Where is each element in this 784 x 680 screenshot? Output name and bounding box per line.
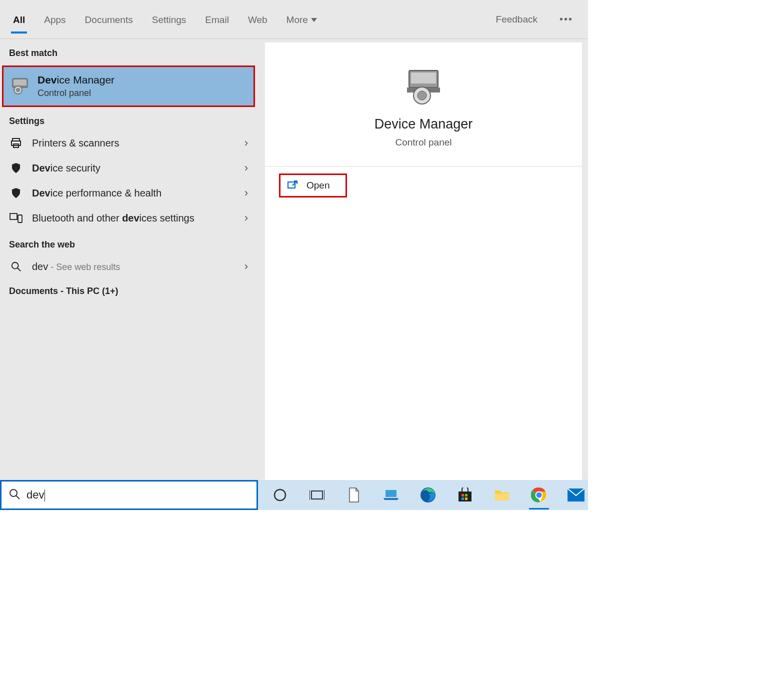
printer-icon [9, 137, 23, 149]
svg-point-19 [274, 490, 286, 500]
search-input[interactable]: dev [0, 480, 258, 510]
taskbar-mail-icon[interactable] [566, 485, 586, 505]
feedback-link[interactable]: Feedback [493, 14, 540, 25]
device-manager-icon [10, 78, 30, 96]
section-search-web: Search the web [0, 230, 257, 254]
taskbar-cortana-icon[interactable] [270, 485, 290, 505]
svg-point-9 [12, 262, 18, 269]
detail-subtitle: Control panel [265, 137, 582, 148]
detail-pane: Device Manager Control panel Open [265, 42, 582, 480]
taskbar-laptop-icon[interactable] [381, 485, 401, 505]
svg-rect-12 [411, 72, 436, 84]
svg-rect-23 [386, 490, 396, 497]
svg-point-3 [16, 88, 20, 92]
svg-rect-27 [465, 494, 468, 496]
result-bluetooth-devices[interactable]: Bluetooth and other devices settings › [0, 206, 257, 230]
tab-web[interactable]: Web [246, 6, 270, 34]
chevron-right-icon: › [244, 186, 248, 200]
shield-icon [9, 162, 23, 174]
taskbar-store-icon[interactable] [455, 485, 475, 505]
chevron-right-icon: › [244, 260, 248, 273]
result-label: Device performance & health [32, 188, 236, 199]
open-label: Open [306, 180, 330, 191]
search-icon [9, 261, 23, 272]
svg-rect-26 [462, 494, 464, 496]
svg-rect-8 [18, 215, 22, 222]
svg-point-15 [418, 91, 426, 100]
tab-email[interactable]: Email [203, 6, 231, 34]
open-icon [288, 180, 298, 191]
chevron-down-icon [311, 18, 317, 22]
more-options-icon[interactable]: ••• [556, 14, 577, 25]
windows-search-panel: All Apps Documents Settings Email Web Mo… [0, 0, 588, 480]
result-printers-scanners[interactable]: Printers & scanners › [0, 130, 257, 156]
svg-point-32 [536, 492, 542, 498]
section-documents: Documents - This PC (1+) [0, 279, 257, 300]
best-match-subtitle: Control panel [38, 88, 114, 98]
tab-more[interactable]: More [284, 6, 319, 34]
svg-rect-1 [14, 80, 26, 86]
device-manager-large-icon [402, 68, 445, 106]
taskbar [258, 480, 588, 510]
tab-documents[interactable]: Documents [83, 6, 135, 34]
tab-more-label: More [286, 14, 308, 26]
open-action[interactable]: Open [279, 174, 347, 198]
svg-line-10 [18, 268, 20, 271]
tab-apps[interactable]: Apps [42, 6, 68, 34]
svg-rect-20 [312, 491, 322, 499]
best-match-title: Device Manager [38, 74, 114, 86]
shield-icon [9, 187, 23, 199]
search-icon [8, 488, 20, 502]
detail-title: Device Manager [265, 116, 582, 132]
result-web-search[interactable]: dev - See web results › [0, 254, 257, 279]
section-best-match: Best match [0, 39, 257, 62]
taskbar-document-icon[interactable] [344, 485, 364, 505]
tab-settings[interactable]: Settings [150, 6, 188, 34]
taskbar-explorer-icon[interactable] [492, 485, 512, 505]
result-device-security[interactable]: Device security › [0, 156, 257, 180]
svg-rect-28 [462, 498, 464, 500]
chevron-right-icon: › [244, 162, 248, 174]
svg-rect-29 [465, 498, 468, 500]
results-list: Best match Device Manager Control panel [0, 39, 257, 480]
taskbar-chrome-icon[interactable] [529, 485, 549, 505]
search-query-text: dev [26, 488, 45, 502]
result-label: Bluetooth and other devices settings [32, 212, 236, 224]
section-settings: Settings [0, 107, 257, 130]
chevron-right-icon: › [244, 212, 248, 224]
best-match-result[interactable]: Device Manager Control panel [2, 66, 255, 107]
svg-rect-7 [10, 214, 17, 220]
taskbar-taskview-icon[interactable] [307, 485, 327, 505]
result-label: Printers & scanners [32, 138, 236, 149]
taskbar-edge-icon[interactable] [418, 485, 438, 505]
result-device-performance[interactable]: Device performance & health › [0, 180, 257, 206]
chevron-right-icon: › [244, 136, 248, 150]
svg-line-18 [16, 496, 20, 499]
filter-tabs: All Apps Documents Settings Email Web Mo… [0, 0, 588, 39]
svg-rect-30 [495, 494, 509, 500]
tab-all[interactable]: All [11, 6, 27, 34]
svg-rect-5 [12, 141, 20, 146]
svg-point-17 [10, 490, 17, 496]
result-label: Device security [32, 162, 236, 174]
svg-rect-16 [288, 182, 295, 188]
result-label: dev - See web results [32, 261, 236, 272]
devices-icon [9, 212, 23, 224]
